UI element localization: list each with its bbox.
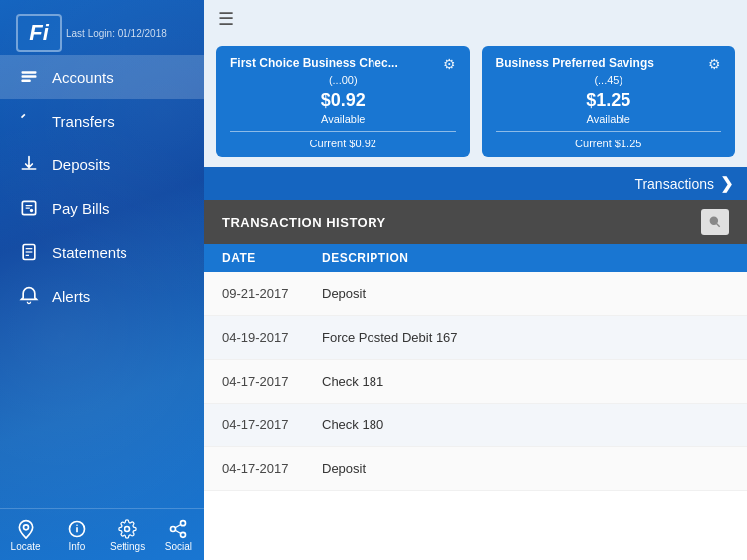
alerts-icon (18, 285, 40, 307)
main-content: ☰ First Choice Business Chec... ⚙ (...00… (204, 0, 747, 560)
sidebar-item-accounts[interactable]: Accounts (0, 55, 204, 99)
transactions-bar[interactable]: Transactions ❯ (204, 167, 747, 200)
card2-acct-num: (...45) (496, 74, 722, 86)
svg-rect-2 (22, 80, 31, 83)
tx-description: Check 181 (322, 374, 729, 389)
history-title: TRANSACTION HISTORY (222, 215, 386, 230)
svg-point-5 (30, 209, 33, 212)
sidebar-item-transfers[interactable]: Transfers (0, 99, 204, 142)
sidebar-nav: Accounts Transfers Deposits Pay Bills (0, 45, 204, 508)
footer-social-label: Social (165, 541, 192, 552)
chevron-right-icon: ❯ (720, 174, 733, 193)
card1-gear-icon[interactable]: ⚙ (443, 56, 456, 72)
sidebar-item-deposits[interactable]: Deposits (0, 142, 204, 186)
svg-line-19 (176, 524, 182, 527)
card2-current: Current $1.25 (496, 138, 722, 149)
transfers-icon (18, 110, 40, 132)
pay-bills-label: Pay Bills (52, 200, 110, 217)
accounts-icon (18, 66, 40, 88)
alerts-label: Alerts (52, 288, 90, 305)
footer-locate[interactable]: Locate (6, 519, 46, 552)
tx-date: 04-17-2017 (222, 374, 322, 389)
tx-description: Deposit (322, 286, 729, 301)
account-card-1[interactable]: First Choice Business Chec... ⚙ (...00) … (216, 46, 470, 157)
accounts-cards-area: First Choice Business Chec... ⚙ (...00) … (204, 38, 747, 167)
search-button[interactable] (701, 209, 729, 235)
footer-locate-label: Locate (11, 541, 41, 552)
pay-bills-icon (18, 197, 40, 219)
tx-date: 04-17-2017 (222, 461, 322, 476)
svg-rect-1 (22, 75, 37, 78)
sidebar: Fi Last Login: 01/12/2018 Accounts Trans… (0, 0, 204, 560)
last-login: Last Login: 01/12/2018 (66, 28, 167, 39)
deposits-label: Deposits (52, 156, 110, 173)
topbar: ☰ (204, 0, 747, 38)
tx-description: Deposit (322, 461, 729, 476)
card1-amount: $0.92 (230, 90, 456, 111)
svg-point-10 (23, 525, 28, 530)
footer-settings-label: Settings (110, 541, 145, 552)
col-headers: DATE DESCRIPTION (204, 244, 747, 272)
account-card-2[interactable]: Business Preferred Savings ⚙ (...45) $1.… (482, 46, 736, 157)
card1-header: First Choice Business Chec... ⚙ (230, 56, 456, 72)
transaction-row[interactable]: 04-19-2017 Force Posted Debit 167 (204, 316, 747, 360)
hamburger-icon[interactable]: ☰ (218, 8, 234, 30)
svg-point-17 (181, 532, 186, 537)
card2-gear-icon[interactable]: ⚙ (708, 56, 721, 72)
sidebar-footer: Locate Info Settings Social (0, 508, 204, 560)
transfers-label: Transfers (52, 113, 115, 130)
transactions-bar-label: Transactions (634, 176, 714, 192)
sidebar-header: Fi Last Login: 01/12/2018 (0, 0, 204, 45)
col-date-header: DATE (222, 251, 322, 265)
card2-title: Business Preferred Savings (496, 56, 654, 72)
card1-divider (230, 131, 456, 132)
deposits-icon (18, 153, 40, 175)
transaction-row[interactable]: 04-17-2017 Deposit (204, 447, 747, 491)
svg-point-20 (710, 217, 717, 224)
svg-rect-0 (22, 71, 37, 74)
footer-settings[interactable]: Settings (108, 519, 147, 552)
tx-date: 04-17-2017 (222, 418, 322, 432)
svg-line-3 (22, 114, 25, 117)
sidebar-item-statements[interactable]: Statements (0, 230, 204, 274)
card1-current: Current $0.92 (230, 138, 456, 149)
svg-point-13 (76, 524, 78, 526)
statements-icon (18, 241, 40, 263)
card2-amount: $1.25 (496, 90, 722, 111)
tx-description: Force Posted Debit 167 (322, 330, 729, 345)
history-section: TRANSACTION HISTORY DATE DESCRIPTION 09-… (204, 200, 747, 560)
col-description-header: DESCRIPTION (322, 251, 729, 265)
footer-info-label: Info (69, 541, 86, 552)
svg-point-14 (125, 527, 130, 532)
card1-available-label: Available (230, 113, 456, 125)
tx-description: Check 180 (322, 418, 729, 432)
card2-header: Business Preferred Savings ⚙ (496, 56, 722, 72)
accounts-label: Accounts (52, 69, 114, 86)
tx-date: 04-19-2017 (222, 330, 322, 345)
statements-label: Statements (52, 244, 127, 261)
card2-available-label: Available (496, 113, 722, 125)
card1-acct-num: (...00) (230, 74, 456, 86)
svg-point-16 (171, 527, 176, 532)
transaction-row[interactable]: 04-17-2017 Check 181 (204, 360, 747, 404)
footer-social[interactable]: Social (158, 519, 198, 552)
footer-info[interactable]: Info (57, 519, 97, 552)
svg-point-15 (181, 521, 186, 526)
svg-line-21 (716, 223, 719, 226)
svg-line-18 (176, 530, 182, 533)
transaction-row[interactable]: 09-21-2017 Deposit (204, 272, 747, 316)
sidebar-item-alerts[interactable]: Alerts (0, 274, 204, 318)
history-header: TRANSACTION HISTORY (204, 200, 747, 244)
card2-divider (496, 131, 722, 132)
transaction-row[interactable]: 04-17-2017 Check 180 (204, 404, 747, 447)
card1-title: First Choice Business Chec... (230, 56, 398, 72)
sidebar-item-pay-bills[interactable]: Pay Bills (0, 186, 204, 230)
transaction-list: 09-21-2017 Deposit 04-19-2017 Force Post… (204, 272, 747, 491)
tx-date: 09-21-2017 (222, 286, 322, 301)
